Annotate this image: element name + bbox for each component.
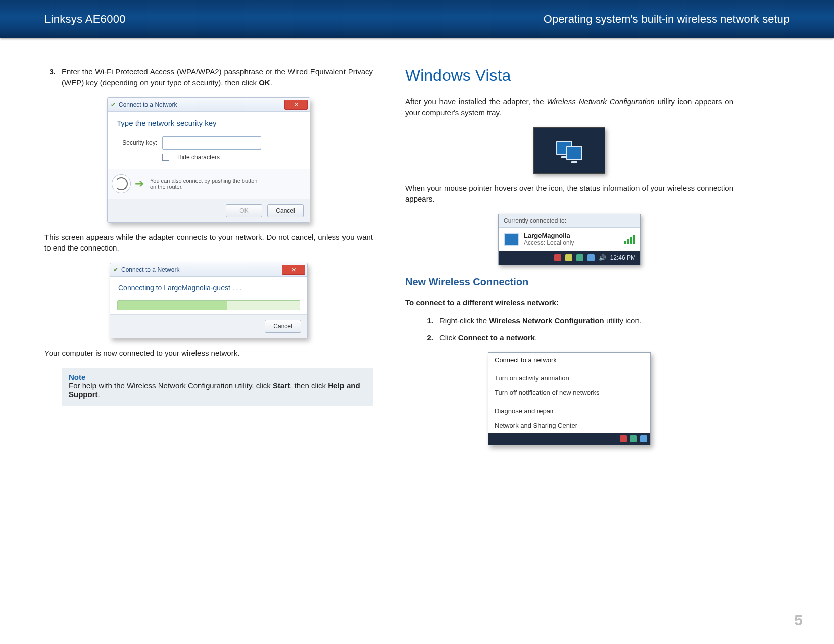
menu-divider [488,402,650,402]
tray-icon [630,435,637,442]
heading-vista: Windows Vista [405,66,733,85]
dialog1-heading: Type the network security key [117,119,301,127]
hide-characters-checkbox[interactable] [162,154,169,161]
s2-before: Click [439,333,458,342]
connecting-text: Connecting to LargeMagnolia-guest . . . [110,277,307,292]
network-tray-icon [559,141,579,160]
taskbar-strip [488,433,650,445]
push-hint-text: You can also connect by pushing the butt… [150,178,261,190]
dialog1-title: Connect to a Network [119,101,177,108]
para-after-dlg1: This screen appears while the adapter co… [44,232,373,254]
step-number: 3. [44,66,56,88]
context-menu-figure: Connect to a network Turn on activity an… [405,352,733,445]
close-icon[interactable]: ✕ [282,265,305,275]
note-box: Note For help with the Wireless Network … [62,368,373,406]
status-info: LargeMagnolia Access: Local only [524,232,574,246]
network-name: LargeMagnolia [524,232,574,239]
top-banner: Linksys AE6000 Operating system's built-… [0,0,834,38]
step-text: Right-click the Wireless Network Configu… [439,315,733,326]
step-text: Enter the Wi-Fi Protected Access (WPA/WP… [62,66,373,88]
section-title: Operating system's built-in wireless net… [544,13,834,26]
ok-button[interactable]: OK [226,204,262,217]
connecting-dialog: ✔ Connect to a Network ✕ Connecting to L… [110,263,308,338]
menu-connect-network[interactable]: Connect to a network [488,353,650,367]
clock: 12:46 PM [610,254,636,261]
tray-icon [576,254,583,261]
taskbar: 🔊 12:46 PM [499,251,640,265]
note-after: . [98,390,100,399]
step-1: 1. Right-click the Wireless Network Conf… [422,315,733,326]
shield-icon: ✔ [113,266,118,273]
s1-bold: Wireless Network Configuration [489,316,604,325]
tray-icon [565,254,572,261]
menu-turn-off-notif[interactable]: Turn off notification of new networks [488,385,650,400]
signal-bars-icon [624,235,635,244]
left-column: 3. Enter the Wi-Fi Protected Access (WPA… [44,66,373,455]
network-tray-icon[interactable] [587,254,595,261]
heading-new-connection: New Wireless Connection [405,276,733,288]
status-figure: Currently connected to: LargeMagnolia Ac… [405,214,733,265]
connect-network-dialog: ✔ Connect to a Network ✕ Type the networ… [107,97,310,223]
status-popup: Currently connected to: LargeMagnolia Ac… [498,214,641,265]
dialog1-titlebar: ✔ Connect to a Network ✕ [108,98,310,112]
cancel-button[interactable]: Cancel [267,204,304,217]
step3-after: . [270,78,272,87]
cancel-button[interactable]: Cancel [265,320,301,333]
monitor-icon [566,146,582,160]
monitor-icon [504,233,519,246]
hide-characters-label: Hide characters [177,154,220,161]
close-icon[interactable]: ✕ [284,100,308,110]
p1-before: After you have installed the adapter, th… [405,97,547,106]
dialog1-body: Type the network security key Security k… [108,112,310,169]
s2-bold: Connect to a network [458,333,535,342]
wps-icon [112,174,131,193]
dialog1-button-bar: OK Cancel [108,199,310,222]
step3-text: Enter the Wi-Fi Protected Access (WPA/WP… [62,67,373,87]
network-tray-icon[interactable] [640,435,647,442]
right-column: Windows Vista After you have installed t… [405,66,733,455]
status-head: Currently connected to: [499,214,640,228]
to-connect-intro: To connect to a different wireless netwo… [405,297,733,308]
menu-divider [488,369,650,369]
product-name: Linksys AE6000 [0,13,126,26]
menu-diagnose[interactable]: Diagnose and repair [488,404,650,418]
security-key-label: Security key: [117,139,157,146]
dialog2-figure: ✔ Connect to a Network ✕ Connecting to L… [44,263,373,338]
dialog1-figure: ✔ Connect to a Network ✕ Type the networ… [44,97,373,223]
tray-screenshot [533,127,605,174]
volume-icon: 🔊 [599,254,606,261]
menu-activity-anim[interactable]: Turn on activity animation [488,371,650,385]
step3-bold-ok: OK [259,78,270,87]
shield-icon: ✔ [111,101,116,108]
s1-after: utility icon. [604,316,642,325]
arrow-icon: ➔ [135,177,144,190]
connected-text: Your computer is now connected to your w… [44,348,373,359]
page-number: 5 [794,612,803,629]
s2-after: . [535,333,537,342]
s1-before: Right-click the [439,316,489,325]
tray-figure [405,127,733,174]
step-text: Click Connect to a network. [439,332,733,343]
note-title: Note [69,373,366,381]
dialog2-button-bar: Cancel [110,314,307,338]
step-3: 3. Enter the Wi-Fi Protected Access (WPA… [44,66,373,88]
content-columns: 3. Enter the Wi-Fi Protected Access (WPA… [0,38,834,455]
note-mid: , then click [290,381,328,390]
page: Linksys AE6000 Operating system's built-… [0,0,834,644]
menu-sharing-center[interactable]: Network and Sharing Center [488,418,650,433]
note-before: For help with the Wireless Network Confi… [69,381,273,390]
security-key-input[interactable] [162,136,261,150]
vista-p1: After you have installed the adapter, th… [405,96,733,118]
tray-icon [554,254,561,261]
vista-p2: When your mouse pointer hovers over the … [405,183,733,205]
security-key-row: Security key: [117,136,301,150]
status-body: LargeMagnolia Access: Local only [499,228,640,251]
push-button-hint: ➔ You can also connect by pushing the bu… [108,169,310,199]
note-body: For help with the Wireless Network Confi… [69,381,366,399]
step-number: 2. [422,332,433,343]
tray-icon [620,435,627,442]
note-start: Start [273,381,290,390]
step-2: 2. Click Connect to a network. [422,332,733,343]
step-number: 1. [422,315,433,326]
dialog2-titlebar: ✔ Connect to a Network ✕ [110,263,307,277]
